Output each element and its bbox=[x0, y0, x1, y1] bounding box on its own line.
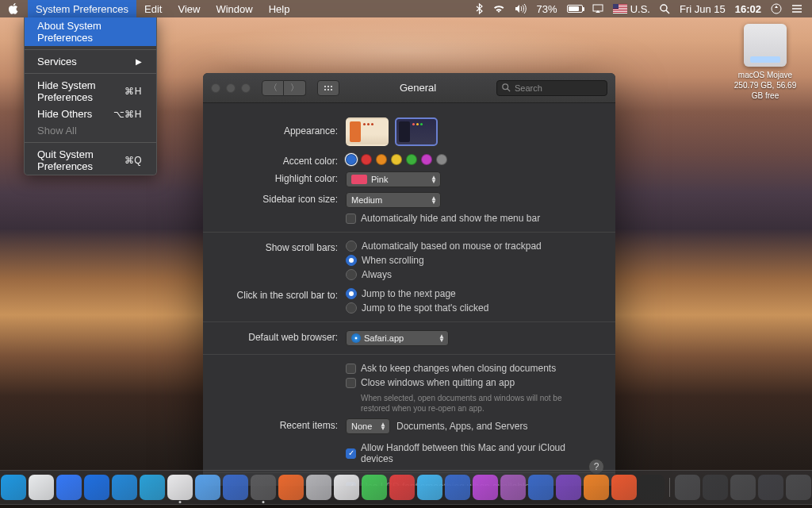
app-menu-label: System Preferences bbox=[36, 3, 128, 15]
input-source[interactable]: U.S. bbox=[613, 3, 650, 15]
dock-app-4[interactable] bbox=[29, 475, 54, 500]
menubar-time[interactable]: 16:02 bbox=[735, 3, 761, 15]
scroll-always-radio[interactable] bbox=[346, 269, 357, 280]
dock bbox=[0, 470, 812, 505]
volume-icon[interactable] bbox=[515, 4, 527, 13]
spotlight-icon[interactable] bbox=[660, 4, 670, 14]
accent-color-5[interactable] bbox=[421, 154, 432, 165]
recent-suffix: Documents, Apps, and Servers bbox=[396, 421, 527, 432]
dock-app-16[interactable] bbox=[362, 475, 387, 500]
dock-app-29[interactable] bbox=[730, 475, 756, 500]
appearance-light[interactable] bbox=[346, 117, 389, 146]
app-menu[interactable]: System Preferences bbox=[28, 0, 136, 17]
dock-app-14[interactable] bbox=[306, 475, 331, 500]
auto-hide-menubar-checkbox[interactable] bbox=[346, 214, 356, 224]
menu-services[interactable]: Services▶ bbox=[25, 53, 156, 70]
minimize-button[interactable] bbox=[226, 83, 236, 93]
label-sidebar: Sidebar icon size: bbox=[219, 192, 346, 205]
zoom-button[interactable] bbox=[241, 83, 251, 93]
dock-app-28[interactable] bbox=[703, 475, 728, 500]
search-field[interactable]: Search bbox=[496, 80, 607, 96]
menu-edit[interactable]: Edit bbox=[136, 0, 170, 17]
menu-show-all: Show All bbox=[25, 122, 156, 139]
scroll-auto-radio[interactable] bbox=[346, 241, 357, 252]
accent-color-6[interactable] bbox=[436, 154, 447, 165]
menu-view[interactable]: View bbox=[170, 0, 208, 17]
dock-app-13[interactable] bbox=[278, 475, 304, 500]
accent-color-picker bbox=[346, 154, 599, 165]
airplay-icon[interactable] bbox=[592, 4, 603, 13]
dock-app-10[interactable] bbox=[195, 475, 220, 500]
dock-app-20[interactable] bbox=[473, 475, 498, 500]
dock-app-26[interactable] bbox=[639, 475, 665, 500]
dock-app-3[interactable] bbox=[1, 475, 26, 500]
dock-app-11[interactable] bbox=[223, 475, 248, 500]
wallpaper-cloud bbox=[203, 21, 609, 82]
dock-app-30[interactable] bbox=[758, 475, 783, 500]
bluetooth-icon[interactable] bbox=[476, 3, 483, 14]
dock-app-9[interactable] bbox=[167, 475, 193, 500]
svg-point-1 bbox=[661, 5, 667, 11]
dock-app-8[interactable] bbox=[140, 475, 165, 500]
close-hint: When selected, open documents and window… bbox=[346, 393, 584, 414]
desktop-disk[interactable]: macOS Mojave 250.79 GB, 56.69 GB free bbox=[730, 24, 801, 101]
dock-app-21[interactable] bbox=[500, 475, 526, 500]
menu-hide-others[interactable]: Hide Others⌥⌘H bbox=[25, 106, 156, 122]
accent-color-0[interactable] bbox=[346, 154, 357, 165]
menu-quit[interactable]: Quit System Preferences⌘Q bbox=[25, 146, 156, 175]
apple-menu[interactable] bbox=[0, 0, 28, 17]
svg-line-2 bbox=[666, 10, 669, 13]
dock-app-7[interactable] bbox=[112, 475, 137, 500]
menu-hide[interactable]: Hide System Preferences⌘H bbox=[25, 77, 156, 106]
disk-icon bbox=[744, 24, 787, 67]
dock-app-27[interactable] bbox=[675, 475, 700, 500]
close-windows-checkbox[interactable] bbox=[346, 378, 356, 388]
recent-value: None bbox=[351, 421, 372, 431]
back-button[interactable]: 〈 bbox=[262, 80, 284, 96]
battery-icon[interactable] bbox=[567, 5, 583, 13]
close-button[interactable] bbox=[211, 83, 220, 93]
click-spot-radio[interactable] bbox=[346, 302, 357, 314]
forward-button[interactable]: 〉 bbox=[284, 80, 306, 96]
chevron-right-icon: ▶ bbox=[136, 57, 142, 66]
dock-app-6[interactable] bbox=[84, 475, 109, 500]
highlight-select[interactable]: Pink ▲▼ bbox=[346, 171, 441, 187]
dock-app-17[interactable] bbox=[389, 475, 415, 500]
dock-app-24[interactable] bbox=[584, 475, 609, 500]
highlight-value: Pink bbox=[371, 175, 388, 184]
accent-color-4[interactable] bbox=[406, 154, 417, 165]
menu-window[interactable]: Window bbox=[208, 0, 260, 17]
accent-color-2[interactable] bbox=[376, 154, 387, 165]
menubar-date[interactable]: Fri Jun 15 bbox=[680, 3, 726, 15]
window-titlebar[interactable]: 〈 〉 General Search bbox=[203, 73, 615, 103]
appearance-dark[interactable] bbox=[395, 117, 438, 146]
accent-color-1[interactable] bbox=[361, 154, 372, 165]
dock-app-22[interactable] bbox=[528, 475, 553, 500]
show-all-button[interactable] bbox=[317, 80, 339, 96]
dock-app-31[interactable] bbox=[786, 475, 811, 500]
dock-app-18[interactable] bbox=[417, 475, 442, 500]
accent-color-3[interactable] bbox=[391, 154, 402, 165]
dock-app-25[interactable] bbox=[611, 475, 637, 500]
menu-about[interactable]: About System Preferences bbox=[25, 17, 156, 46]
update-badge-icon[interactable] bbox=[771, 3, 782, 14]
dock-app-5[interactable] bbox=[56, 475, 82, 500]
disk-info: 250.79 GB, 56.69 GB free bbox=[730, 80, 801, 101]
handoff-checkbox[interactable] bbox=[346, 448, 356, 459]
ask-keep-checkbox[interactable] bbox=[346, 364, 356, 374]
dock-app-19[interactable] bbox=[445, 475, 470, 500]
recent-select[interactable]: None ▲▼ bbox=[346, 418, 390, 434]
dock-app-15[interactable] bbox=[334, 475, 359, 500]
sidebar-size-select[interactable]: Medium ▲▼ bbox=[346, 192, 441, 208]
browser-value: Safari.app bbox=[364, 333, 404, 343]
menu-help[interactable]: Help bbox=[261, 0, 298, 17]
safari-icon bbox=[351, 333, 361, 343]
click-next-radio[interactable] bbox=[346, 288, 357, 299]
scroll-when-radio[interactable] bbox=[346, 255, 357, 266]
notification-center-icon[interactable] bbox=[791, 4, 802, 13]
browser-select[interactable]: Safari.app ▲▼ bbox=[346, 330, 449, 346]
dock-app-12[interactable] bbox=[251, 475, 276, 500]
sidebar-value: Medium bbox=[351, 195, 382, 205]
wifi-icon[interactable] bbox=[492, 4, 505, 13]
dock-app-23[interactable] bbox=[556, 475, 581, 500]
